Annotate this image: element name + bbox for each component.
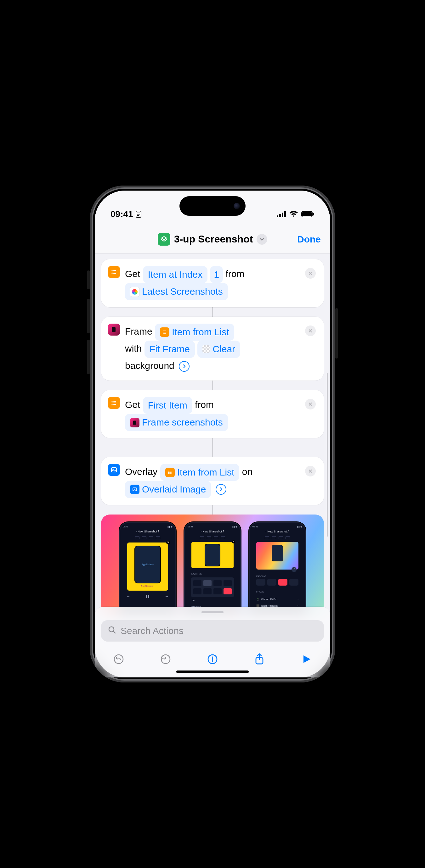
svg-rect-34: [169, 471, 172, 471]
preview-phone-3: 09:41▮▮ ◉ ‹ New Shareshot ⤴ ˅ PADDING FR…: [249, 522, 306, 615]
svg-point-40: [134, 489, 135, 489]
svg-point-33: [168, 471, 169, 471]
dynamic-island: [179, 196, 246, 216]
shortcuts-indicator-icon: [136, 211, 141, 218]
delete-action-button[interactable]: [305, 326, 316, 336]
phone-frame: 09:41: [90, 186, 335, 682]
svg-rect-10: [313, 213, 314, 215]
svg-point-13: [111, 271, 112, 272]
transparency-icon: [202, 345, 210, 353]
word-on: on: [242, 466, 253, 477]
svg-rect-21: [164, 332, 166, 333]
svg-rect-23: [164, 333, 166, 334]
svg-rect-36: [169, 472, 172, 473]
param-index[interactable]: 1: [210, 266, 223, 283]
svg-point-43: [161, 655, 170, 663]
action-overlay[interactable]: Overlay Item from List on: [101, 457, 324, 505]
verb: Get: [125, 399, 140, 410]
connector: [212, 505, 213, 515]
param-fit-frame[interactable]: Fit Frame: [144, 341, 195, 358]
svg-rect-16: [113, 273, 116, 274]
search-sheet[interactable]: Search Actions: [95, 607, 330, 677]
param-item-at-index[interactable]: Item at Index: [143, 266, 207, 283]
redo-button[interactable]: [159, 652, 172, 666]
word-from: from: [195, 399, 214, 410]
svg-point-22: [163, 333, 163, 334]
nav-bar: 3-up Screenshot Done: [95, 225, 330, 253]
cellular-icon: [277, 211, 286, 217]
action-get-item-at-index[interactable]: Get Item at Index 1 from Latest Screensh…: [101, 259, 324, 307]
svg-rect-9: [302, 212, 312, 216]
wifi-icon: [289, 211, 298, 217]
svg-point-28: [111, 404, 112, 405]
param-item-from-list[interactable]: Item from List: [155, 323, 234, 341]
page-title: 3-up Screenshot: [174, 234, 253, 245]
search-icon: [108, 625, 116, 636]
result-preview[interactable]: 09:41▮▮ ◉ ‹ New Shareshot ⤴ AppStories+ …: [101, 515, 324, 615]
expand-options-button[interactable]: [179, 361, 190, 372]
svg-point-20: [163, 332, 163, 333]
delete-action-button[interactable]: [305, 466, 316, 476]
svg-rect-29: [113, 404, 116, 405]
delete-action-button[interactable]: [305, 268, 316, 279]
svg-rect-1: [137, 213, 140, 213]
run-button[interactable]: [300, 652, 313, 666]
info-button[interactable]: [205, 652, 220, 666]
title-menu-button[interactable]: [257, 234, 267, 245]
svg-point-24: [111, 401, 112, 402]
word-with: with: [125, 343, 142, 353]
preview-phone-2: 09:41▮▮ ◉ ‹ New Shareshot ⤴ LIGHTING: [184, 522, 241, 615]
connector: [212, 438, 213, 457]
svg-rect-17: [112, 327, 116, 332]
undo-button[interactable]: [112, 652, 125, 666]
svg-rect-12: [113, 270, 116, 271]
svg-point-11: [111, 270, 112, 271]
svg-rect-27: [113, 403, 116, 403]
battery-icon: [301, 211, 314, 217]
svg-rect-25: [113, 401, 116, 402]
svg-rect-19: [164, 331, 166, 331]
image-icon: [130, 485, 139, 494]
svg-rect-3: [137, 215, 139, 216]
scroll-indicator: [327, 373, 328, 536]
word-from: from: [226, 269, 245, 279]
svg-point-18: [163, 331, 163, 331]
search-input[interactable]: Search Actions: [101, 620, 324, 642]
svg-rect-38: [169, 473, 172, 474]
shortcut-app-icon: [158, 233, 170, 246]
param-latest-screenshots[interactable]: Latest Screenshots: [125, 283, 228, 300]
param-overlaid-image[interactable]: Overlaid Image: [125, 481, 211, 498]
svg-rect-14: [113, 272, 116, 272]
frames-app-icon: [130, 418, 139, 427]
svg-point-45: [212, 657, 213, 658]
done-button[interactable]: Done: [297, 234, 321, 245]
share-button[interactable]: [253, 652, 266, 666]
param-item-from-list[interactable]: Item from List: [160, 464, 239, 481]
sheet-grabber[interactable]: [201, 611, 224, 613]
action-get-first-item[interactable]: Get First Item from Frame screenshots: [101, 390, 324, 438]
connector: [212, 380, 213, 390]
svg-rect-46: [212, 658, 213, 662]
expand-options-button[interactable]: [216, 484, 226, 495]
word-background: background: [125, 361, 174, 371]
photos-icon: [130, 287, 139, 297]
verb: Get: [125, 269, 140, 279]
verb: Overlay: [125, 466, 158, 477]
param-first-item[interactable]: First Item: [143, 397, 192, 414]
list-icon: [160, 328, 169, 337]
param-clear[interactable]: Clear: [197, 341, 240, 358]
preview-phone-1: 09:41▮▮ ◉ ‹ New Shareshot ⤴ AppStories+ …: [119, 522, 176, 615]
delete-action-button[interactable]: [305, 399, 316, 409]
home-indicator: [176, 671, 249, 673]
action-frame[interactable]: Frame Item from List with Fit Frame: [101, 317, 324, 380]
clock: 09:41: [111, 209, 133, 219]
list-action-icon: [108, 397, 120, 409]
svg-rect-5: [279, 214, 281, 217]
svg-point-15: [111, 273, 112, 274]
param-frame-screenshots[interactable]: Frame screenshots: [125, 414, 228, 431]
connector: [212, 307, 213, 317]
svg-rect-30: [133, 421, 136, 425]
list-icon: [165, 468, 175, 477]
verb: Frame: [125, 326, 152, 337]
list-action-icon: [108, 266, 120, 278]
